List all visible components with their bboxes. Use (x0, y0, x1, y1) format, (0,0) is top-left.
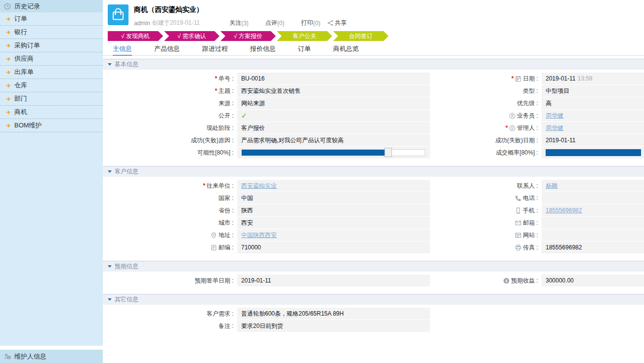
check-icon (241, 113, 247, 120)
sidebar-footer-label: 维护人信息 (14, 352, 46, 361)
field-possibility: 可能性[80%] (103, 147, 430, 159)
sidebar-item-orders[interactable]: 订单 (0, 12, 103, 26)
contact-link[interactable]: 杨颖 (546, 182, 558, 189)
sidebar-item-maintainer-info[interactable]: 维护人信息 (0, 350, 103, 363)
manager-link[interactable]: 周华健 (546, 124, 563, 131)
sidebar-item-bom[interactable]: BOM维护 (0, 119, 103, 132)
field-revenue: 预期收益 300000.00 (430, 275, 644, 286)
field-reason: 成功(失败)原因 产品需求明确,对我公司产品认可度较高 (103, 134, 430, 146)
field-current-stage: 现处阶段 客户报价 (103, 122, 430, 134)
field-sign-date: 预期签单日期 2019-01-11 (103, 275, 430, 286)
field-remark: 备注 要求20日前到货 (103, 320, 430, 332)
sidebar-gap (0, 346, 103, 350)
arrow-icon (5, 96, 11, 102)
stage-confirm[interactable]: √ 需求确认 (164, 31, 219, 41)
tab-overview[interactable]: 商机总览 (333, 43, 359, 56)
sidebar-item-purchase-orders[interactable]: 采购订单 (0, 39, 103, 52)
field-public: 公开 (103, 110, 430, 121)
arrow-icon (5, 110, 11, 115)
arrow-icon (5, 83, 11, 88)
sidebar-item-opportunity[interactable]: 商机 (0, 106, 103, 119)
section-header-customer[interactable]: 客户信息 (103, 166, 644, 177)
app-window: 历史记录 订单 银行 采购订单 供应商 出库单 (0, 0, 644, 363)
share-icon (327, 20, 334, 26)
location-pin-icon (211, 232, 217, 239)
stage-pipeline: √ 发现商机 √ 需求确认 √ 方案报价 客户公关 合同签订 (108, 31, 644, 41)
date-time: 13:59 (578, 75, 593, 82)
print-button[interactable]: 打印(0) (301, 19, 321, 27)
field-deal-probability: 成交概率[80%] (430, 147, 644, 159)
sidebar-item-suppliers[interactable]: 供应商 (0, 52, 103, 66)
field-type: 类型 中型项目 (430, 85, 644, 97)
field-priority: 优先级 高 (430, 97, 644, 109)
arrow-icon (5, 70, 11, 75)
collapse-triangle-icon (108, 63, 112, 66)
sidebar-item-bank[interactable]: 银行 (0, 26, 103, 39)
fax-icon (515, 244, 521, 251)
arrow-icon (5, 43, 11, 48)
created-date: 创建于2019-01-11 (152, 19, 200, 27)
main-content: 商机（西安鎏灿实业） admin 创建于2019-01-11 关注(3) 点评(… (103, 0, 644, 363)
section-customer: 往来单位 西安鎏灿实业 国家 中国 省份 陕西 城市 西安 (103, 180, 644, 254)
field-contact: 联系人 杨颖 (430, 180, 644, 192)
sidebar-item-outbound[interactable]: 出库单 (0, 66, 103, 79)
person-icon (509, 125, 515, 131)
money-icon (503, 278, 510, 284)
arrow-icon (5, 16, 11, 22)
field-address: 地址 中国陕西西安 (103, 229, 430, 241)
sidebar-nav: 订单 银行 采购订单 供应商 出库单 仓库 (0, 12, 103, 346)
sidebar-item-warehouse[interactable]: 仓库 (0, 79, 103, 92)
tab-bar: 主信息 产品信息 跟进过程 报价信息 订单 商机总览 (103, 43, 644, 56)
field-email: 邮箱 (430, 217, 644, 229)
salesman-link[interactable]: 周华健 (546, 112, 563, 119)
comment-button[interactable]: 点评(0) (265, 19, 285, 27)
creator-name: admin (134, 20, 150, 27)
phone-icon (515, 195, 521, 202)
section-header-other[interactable]: 其它信息 (103, 294, 644, 305)
field-result-date: 成功(失败)日期 2019-01-11 (430, 134, 644, 146)
deal-probability-bar-fill (546, 149, 641, 156)
collapse-triangle-icon (108, 170, 112, 173)
zipcode-icon (211, 244, 217, 251)
field-company: 往来单位 西安鎏灿实业 (103, 180, 430, 192)
section-header-expected[interactable]: 预期信息 (103, 261, 644, 272)
field-date: 日期 2019-01-1113:59 (430, 73, 644, 84)
website-icon (515, 232, 521, 239)
tab-product-info[interactable]: 产品信息 (154, 43, 180, 56)
field-demand: 客户需求 普通轮胎600条，规格205/65R15A 89H (103, 308, 430, 320)
collapse-triangle-icon (108, 265, 112, 268)
field-country: 国家 中国 (103, 192, 430, 204)
tab-quote-info[interactable]: 报价信息 (250, 43, 276, 56)
required-star (511, 73, 515, 84)
tab-main-info[interactable]: 主信息 (113, 43, 132, 56)
sidebar-item-department[interactable]: 部门 (0, 92, 103, 106)
tab-follow-process[interactable]: 跟进过程 (202, 43, 228, 56)
clock-icon (4, 3, 11, 10)
deal-probability-bar[interactable] (546, 149, 641, 156)
required-star (215, 85, 218, 97)
section-other: 客户需求 普通轮胎600条，规格205/65R15A 89H 备注 要求20日前… (103, 308, 644, 332)
required-star (215, 73, 218, 84)
sidebar-header-label: 历史记录 (14, 2, 40, 11)
possibility-slider-fill (242, 150, 388, 156)
mobile-link[interactable]: 18555696982 (546, 207, 582, 214)
field-fax: 传真 18555696982 (430, 242, 644, 253)
possibility-slider[interactable] (241, 149, 425, 156)
stage-quote[interactable]: √ 方案报价 (220, 31, 276, 41)
field-order-no: 单号 BU-0016 (103, 73, 430, 84)
stage-discover[interactable]: √ 发现商机 (108, 31, 163, 41)
tab-orders[interactable]: 订单 (298, 43, 311, 56)
field-salesman: 业务员 周华健 (430, 110, 644, 121)
follow-button[interactable]: 关注(3) (229, 19, 249, 27)
address-link[interactable]: 中国陕西西安 (241, 232, 277, 239)
share-button[interactable]: 共享 (327, 19, 346, 27)
possibility-slider-handle[interactable] (385, 148, 392, 157)
section-expected: 预期签单日期 2019-01-11 预期收益 300000.00 (103, 275, 644, 287)
required-star (203, 180, 207, 192)
stage-relations[interactable]: 客户公关 (277, 31, 332, 41)
arrow-icon (5, 30, 11, 35)
field-source: 来源 网站来源 (103, 97, 430, 109)
section-header-basic[interactable]: 基本信息 (103, 59, 644, 70)
stage-contract[interactable]: 合同签订 (333, 31, 388, 41)
company-link[interactable]: 西安鎏灿实业 (241, 182, 277, 189)
